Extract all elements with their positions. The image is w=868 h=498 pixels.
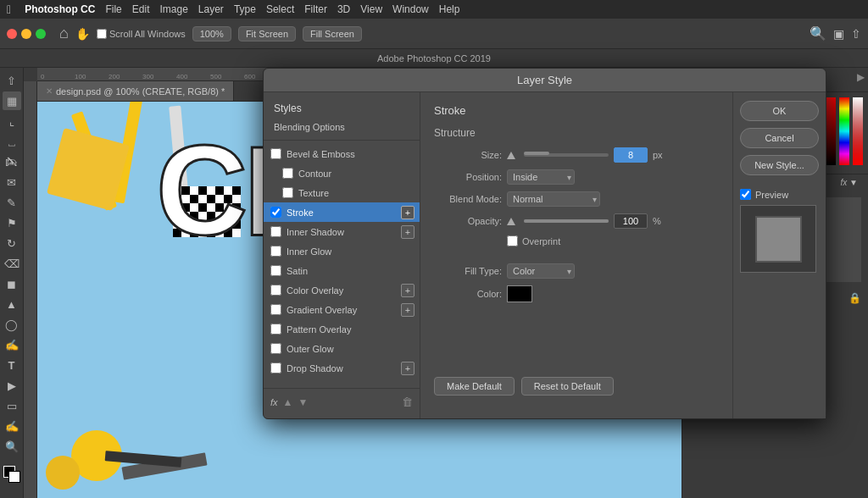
- move-down-icon[interactable]: ▼: [298, 396, 308, 408]
- size-input[interactable]: [614, 147, 648, 163]
- blending-options-item[interactable]: Blending Options: [264, 118, 420, 136]
- stroke-checkbox[interactable]: [270, 207, 281, 218]
- healing-tool[interactable]: ✉: [3, 173, 21, 191]
- share-icon[interactable]: ⇧: [851, 27, 861, 41]
- texture-checkbox[interactable]: [282, 187, 293, 198]
- satin-checkbox[interactable]: [270, 265, 281, 276]
- minimize-button[interactable]: [21, 29, 31, 39]
- texture-item[interactable]: Texture: [264, 183, 420, 202]
- opacity-input[interactable]: [614, 213, 648, 229]
- blur-tool[interactable]: ▲: [3, 295, 21, 313]
- pattern-overlay-item[interactable]: Pattern Overlay: [264, 319, 420, 339]
- bevel-emboss-item[interactable]: Bevel & Emboss: [264, 144, 420, 163]
- ok-button[interactable]: OK: [740, 101, 819, 121]
- gradient-overlay-item[interactable]: Gradient Overlay +: [264, 300, 420, 319]
- outer-glow-item[interactable]: Outer Glow: [264, 339, 420, 358]
- gradient-overlay-add-button[interactable]: +: [401, 303, 415, 317]
- overprint-label[interactable]: Overprint: [507, 235, 560, 246]
- lasso-tool[interactable]: ⌞: [3, 112, 21, 130]
- menu-image[interactable]: Image: [159, 3, 187, 15]
- eyedropper-tool[interactable]: 🖎: [3, 152, 21, 171]
- opacity-slider-thumb[interactable]: [507, 218, 515, 225]
- overprint-checkbox[interactable]: [507, 235, 518, 246]
- preview-checkbox[interactable]: [740, 189, 751, 200]
- dodge-tool[interactable]: ◯: [3, 315, 21, 334]
- alpha-slider[interactable]: [853, 97, 863, 165]
- zoom-tool[interactable]: 🔍: [3, 437, 21, 456]
- menu-filter[interactable]: Filter: [304, 3, 327, 15]
- clone-stamp-tool[interactable]: ⚑: [3, 213, 21, 232]
- stroke-item[interactable]: Stroke +: [264, 202, 420, 222]
- arrange-icon[interactable]: ▣: [833, 27, 844, 41]
- fill-screen-button[interactable]: Fill Screen: [303, 26, 362, 42]
- make-default-button[interactable]: Make Default: [434, 377, 515, 396]
- inner-glow-item[interactable]: Inner Glow: [264, 241, 420, 261]
- size-slider-thumb[interactable]: [507, 152, 515, 159]
- close-button[interactable]: [7, 29, 17, 39]
- hand-tool[interactable]: ✍: [3, 417, 21, 435]
- delete-icon[interactable]: 🗑: [402, 396, 413, 408]
- pattern-overlay-checkbox[interactable]: [270, 324, 281, 335]
- text-tool[interactable]: T: [3, 356, 21, 374]
- apple-menu[interactable]: : [7, 3, 11, 16]
- zoom-button[interactable]: 100%: [192, 26, 231, 42]
- new-style-button[interactable]: New Style...: [740, 155, 819, 175]
- tab-close-icon[interactable]: ✕: [46, 86, 53, 96]
- contour-item[interactable]: Contour: [264, 163, 420, 183]
- foreground-background-colors[interactable]: [3, 466, 20, 483]
- selection-tool[interactable]: ▦: [3, 91, 21, 110]
- drop-shadow-add-button[interactable]: +: [401, 362, 415, 375]
- menu-file[interactable]: File: [105, 3, 121, 15]
- document-tab[interactable]: ✕ design.psd @ 100% (CREATE, RGB/8) *: [37, 81, 234, 101]
- fit-screen-button[interactable]: Fit Screen: [238, 26, 296, 42]
- stroke-add-button[interactable]: +: [401, 206, 415, 219]
- inner-glow-checkbox[interactable]: [270, 246, 281, 257]
- reset-to-default-button[interactable]: Reset to Default: [521, 377, 614, 396]
- fx-effects-button[interactable]: fx: [270, 397, 278, 407]
- eraser-tool[interactable]: ⌫: [3, 254, 21, 273]
- panel-options-icon[interactable]: ▶: [854, 68, 868, 91]
- gradient-tool[interactable]: ◼: [3, 274, 21, 293]
- drop-shadow-checkbox[interactable]: [270, 362, 281, 374]
- cancel-button[interactable]: Cancel: [740, 128, 819, 148]
- color-overlay-item[interactable]: Color Overlay +: [264, 280, 420, 300]
- opacity-slider-track[interactable]: [524, 219, 609, 223]
- menu-layer[interactable]: Layer: [198, 3, 224, 15]
- menu-window[interactable]: Window: [392, 3, 429, 15]
- color-overlay-checkbox[interactable]: [270, 285, 281, 296]
- menu-edit[interactable]: Edit: [132, 3, 150, 15]
- shape-tool[interactable]: ▭: [3, 396, 21, 415]
- brush-tool[interactable]: ✎: [3, 193, 21, 212]
- drop-shadow-item[interactable]: Drop Shadow +: [264, 358, 420, 378]
- hand-tool-icon[interactable]: ✋: [75, 27, 90, 41]
- menu-help[interactable]: Help: [439, 3, 460, 15]
- outer-glow-checkbox[interactable]: [270, 343, 281, 354]
- path-selection-tool[interactable]: ▶: [3, 376, 21, 395]
- inner-shadow-item[interactable]: Inner Shadow +: [264, 222, 420, 241]
- maximize-button[interactable]: [36, 29, 46, 39]
- position-select[interactable]: Inside Outside Center: [507, 169, 575, 185]
- move-tool[interactable]: ⇧: [3, 71, 21, 90]
- hue-slider[interactable]: [839, 97, 849, 165]
- color-overlay-add-button[interactable]: +: [401, 284, 415, 297]
- scroll-all-checkbox[interactable]: [97, 29, 107, 39]
- search-icon[interactable]: 🔍: [810, 25, 826, 42]
- inner-shadow-add-button[interactable]: +: [401, 225, 415, 239]
- app-name[interactable]: Photoshop CC: [25, 3, 95, 15]
- blend-mode-select[interactable]: Normal Dissolve Multiply Screen Overlay: [507, 191, 600, 207]
- scroll-all-label[interactable]: Scroll All Windows: [97, 29, 186, 39]
- home-icon[interactable]: ⌂: [59, 25, 69, 42]
- color-swatch[interactable]: [507, 285, 532, 302]
- inner-shadow-checkbox[interactable]: [270, 226, 281, 237]
- move-up-icon[interactable]: ▲: [283, 396, 293, 408]
- menu-select[interactable]: Select: [266, 3, 294, 15]
- contour-checkbox[interactable]: [282, 168, 293, 179]
- menu-3d[interactable]: 3D: [337, 3, 350, 15]
- menu-view[interactable]: View: [360, 3, 382, 15]
- history-brush-tool[interactable]: ↻: [3, 234, 21, 252]
- bevel-emboss-checkbox[interactable]: [270, 148, 281, 159]
- crop-tool[interactable]: ⎵: [3, 132, 21, 151]
- satin-item[interactable]: Satin: [264, 261, 420, 280]
- size-slider-track[interactable]: [524, 153, 609, 157]
- pen-tool[interactable]: ✍: [3, 335, 21, 354]
